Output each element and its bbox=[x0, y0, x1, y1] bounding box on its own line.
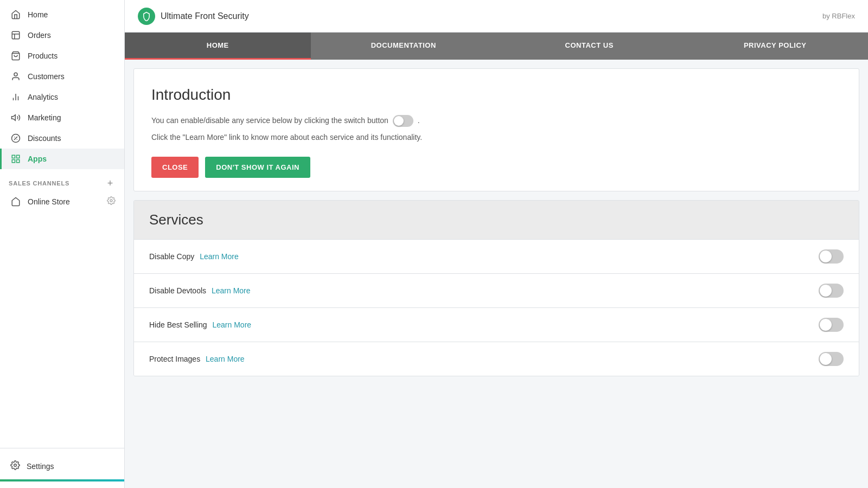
svg-rect-13 bbox=[12, 155, 15, 158]
service-row-protect-images: Protect Images Learn More bbox=[134, 342, 859, 376]
svg-point-4 bbox=[14, 73, 17, 76]
tab-privacy-policy[interactable]: PRIVACY POLICY bbox=[682, 33, 869, 60]
sidebar-item-customers-label: Customers bbox=[28, 72, 65, 81]
sidebar-item-products[interactable]: Products bbox=[0, 46, 124, 66]
online-store-icon bbox=[10, 197, 21, 207]
svg-point-17 bbox=[110, 200, 112, 202]
tab-home[interactable]: HOME bbox=[125, 33, 311, 60]
marketing-icon bbox=[10, 113, 21, 123]
products-icon bbox=[10, 51, 21, 61]
svg-rect-0 bbox=[12, 31, 20, 39]
service-row-disable-devtools: Disable Devtools Learn More bbox=[134, 274, 859, 308]
sidebar-item-discounts[interactable]: Discounts bbox=[0, 128, 124, 149]
service-link-disable-devtools[interactable]: Learn More bbox=[212, 286, 251, 295]
intro-text-dot: . bbox=[418, 116, 420, 125]
sidebar-item-marketing-label: Marketing bbox=[28, 113, 61, 122]
analytics-icon bbox=[10, 92, 21, 102]
sidebar-item-discounts-label: Discounts bbox=[28, 134, 61, 143]
intro-text-1: You can enable/disable any service below… bbox=[151, 116, 388, 125]
service-link-protect-images[interactable]: Learn More bbox=[206, 355, 245, 363]
sidebar-item-apps[interactable]: Apps bbox=[0, 149, 124, 169]
sidebar-item-customers[interactable]: Customers bbox=[0, 66, 124, 87]
content-area: Introduction You can enable/disable any … bbox=[125, 60, 868, 488]
brand-suffix: by RBFlex bbox=[822, 12, 855, 20]
sidebar-bottom: Settings bbox=[0, 448, 124, 488]
settings-icon bbox=[10, 460, 20, 472]
discounts-icon bbox=[10, 133, 21, 143]
service-toggle-disable-copy[interactable] bbox=[819, 249, 844, 264]
sidebar-item-online-store[interactable]: Online Store bbox=[0, 191, 124, 212]
service-toggle-hide-best-selling[interactable] bbox=[819, 318, 844, 332]
dont-show-button[interactable]: DON'T SHOW IT AGAIN bbox=[205, 157, 310, 178]
brand-icon bbox=[138, 8, 155, 25]
tab-contact-us[interactable]: CONTACT US bbox=[496, 33, 682, 60]
svg-point-11 bbox=[14, 137, 15, 138]
intro-buttons: CLOSE DON'T SHOW IT AGAIN bbox=[151, 157, 841, 178]
toggle-example bbox=[393, 115, 413, 127]
service-row-hide-best-selling: Hide Best Selling Learn More bbox=[134, 308, 859, 342]
sidebar-item-orders[interactable]: Orders bbox=[0, 25, 124, 46]
sidebar: Home Orders Products Customers Analytics bbox=[0, 0, 125, 488]
service-row-disable-copy: Disable Copy Learn More bbox=[134, 240, 859, 274]
tab-documentation[interactable]: DOCUMENTATION bbox=[311, 33, 497, 60]
service-label-protect-images: Protect Images Learn More bbox=[149, 355, 245, 363]
service-label-hide-best-selling: Hide Best Selling Learn More bbox=[149, 320, 251, 329]
footer-bar bbox=[0, 479, 124, 481]
intro-body-line1: You can enable/disable any service below… bbox=[151, 114, 841, 127]
online-store-settings-icon bbox=[107, 196, 116, 207]
sales-channels-section: SALES CHANNELS + bbox=[0, 169, 124, 191]
sidebar-item-settings[interactable]: Settings bbox=[0, 455, 124, 477]
sidebar-item-orders-label: Orders bbox=[28, 31, 51, 40]
intro-section: Introduction You can enable/disable any … bbox=[133, 68, 859, 191]
apps-icon bbox=[10, 154, 21, 164]
orders-icon bbox=[10, 30, 21, 40]
sidebar-item-products-label: Products bbox=[28, 52, 58, 60]
sidebar-item-analytics[interactable]: Analytics bbox=[0, 87, 124, 107]
topbar: Ultimate Front Security by RBFlex bbox=[125, 0, 868, 33]
customers-icon bbox=[10, 72, 21, 81]
sidebar-item-marketing[interactable]: Marketing bbox=[0, 107, 124, 128]
toggle-example-switch[interactable] bbox=[393, 115, 413, 127]
sidebar-item-home[interactable]: Home bbox=[0, 4, 124, 25]
sidebar-nav: Home Orders Products Customers Analytics bbox=[0, 0, 124, 448]
svg-rect-16 bbox=[17, 160, 20, 163]
close-button[interactable]: CLOSE bbox=[151, 157, 199, 178]
services-title: Services bbox=[134, 201, 859, 240]
brand-name: Ultimate Front Security bbox=[161, 11, 249, 21]
service-toggle-disable-devtools[interactable] bbox=[819, 284, 844, 298]
settings-label: Settings bbox=[27, 462, 54, 471]
svg-point-18 bbox=[14, 464, 17, 467]
sidebar-item-analytics-label: Analytics bbox=[28, 93, 58, 101]
brand: Ultimate Front Security bbox=[138, 8, 249, 25]
intro-title: Introduction bbox=[151, 86, 841, 104]
service-link-disable-copy[interactable]: Learn More bbox=[200, 252, 239, 261]
sidebar-item-online-store-label: Online Store bbox=[28, 197, 100, 206]
main-content: Ultimate Front Security by RBFlex HOME D… bbox=[125, 0, 868, 488]
service-label-disable-devtools: Disable Devtools Learn More bbox=[149, 286, 251, 295]
sidebar-item-home-label: Home bbox=[28, 10, 48, 19]
sidebar-item-apps-label: Apps bbox=[28, 155, 47, 163]
svg-marker-8 bbox=[12, 115, 16, 121]
service-link-hide-best-selling[interactable]: Learn More bbox=[213, 320, 252, 329]
nav-tabs: HOME DOCUMENTATION CONTACT US PRIVACY PO… bbox=[125, 33, 868, 60]
svg-rect-15 bbox=[12, 160, 15, 163]
svg-point-12 bbox=[17, 139, 18, 140]
service-label-disable-copy: Disable Copy Learn More bbox=[149, 252, 239, 261]
services-section: Services Disable Copy Learn More Disable… bbox=[133, 200, 859, 376]
intro-body-line2: Click the "Learn More" link to know more… bbox=[151, 131, 841, 143]
svg-rect-14 bbox=[17, 155, 20, 158]
home-icon bbox=[10, 10, 21, 20]
add-sales-channel-button[interactable]: + bbox=[105, 178, 116, 189]
service-toggle-protect-images[interactable] bbox=[819, 352, 844, 366]
